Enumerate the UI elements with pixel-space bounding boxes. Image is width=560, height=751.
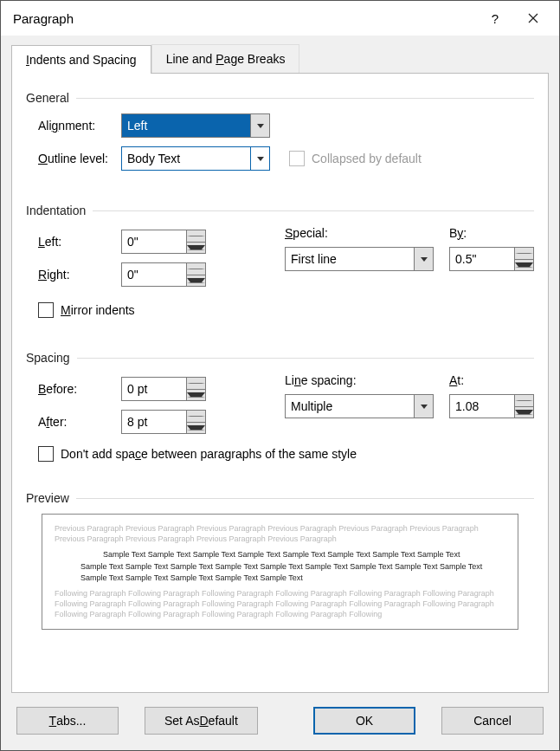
group-preview: Preview [26, 491, 534, 505]
spin-down-button[interactable] [187, 390, 205, 401]
spin-down-button[interactable] [187, 275, 205, 287]
indent-left-value: 0" [122, 230, 186, 253]
triangle-down-icon [515, 410, 533, 415]
indent-right-value: 0" [122, 263, 186, 286]
line-spacing-dropdown-button[interactable] [414, 395, 433, 418]
no-add-space-label: Don't add space between paragraphs of th… [61, 447, 357, 461]
spin-up-button[interactable] [187, 263, 205, 275]
group-spacing: Spacing [26, 351, 534, 365]
alignment-select[interactable]: Left [121, 113, 270, 138]
special-value: First line [286, 248, 414, 270]
by-spinner[interactable]: 0.5" [449, 247, 534, 271]
triangle-down-icon [515, 262, 533, 268]
at-value: 1.08 [450, 395, 514, 418]
at-label: At: [449, 373, 534, 387]
triangle-down-icon [187, 392, 205, 398]
mirror-indents-checkbox[interactable] [38, 302, 54, 318]
set-default-button[interactable]: Set As Default [145, 707, 258, 735]
help-button[interactable]: ? [476, 5, 514, 31]
line-spacing-label: Line spacing: [285, 373, 434, 387]
indent-left-spinner[interactable]: 0" [121, 230, 206, 254]
before-label: Before: [26, 382, 121, 396]
at-spinner[interactable]: 1.08 [449, 394, 534, 418]
alignment-label: Alignment: [26, 119, 121, 133]
after-value: 8 pt [122, 411, 186, 433]
triangle-up-icon [187, 416, 205, 417]
by-label: By: [449, 226, 534, 240]
ok-button[interactable]: OK [313, 707, 415, 735]
alignment-value: Left [122, 114, 250, 137]
spin-up-button[interactable] [187, 378, 205, 390]
dialog-title: Paragraph [13, 11, 476, 26]
alignment-dropdown-button[interactable] [250, 114, 269, 137]
button-row: Tabs... Set As Default OK Cancel [11, 693, 549, 740]
indent-right-label: Right: [26, 268, 121, 282]
before-spinner[interactable]: 0 pt [121, 377, 206, 401]
preview-sample: Sample Text Sample Text Sample Text Samp… [80, 561, 505, 582]
tab-line-page-breaks[interactable]: Line and Page Breaks [151, 44, 300, 73]
collapsed-checkbox [289, 151, 305, 166]
spin-up-button[interactable] [187, 230, 205, 243]
outline-select[interactable]: Body Text [121, 146, 270, 171]
group-indentation: Indentation [26, 204, 534, 217]
triangle-up-icon [515, 253, 533, 254]
spin-up-button[interactable] [187, 411, 205, 423]
tab-indents-spacing[interactable]: Indents and Spacing [11, 45, 151, 74]
line-spacing-value: Multiple [286, 395, 414, 418]
spin-down-button[interactable] [515, 260, 533, 271]
line-spacing-select[interactable]: Multiple [285, 394, 434, 418]
no-add-space-checkbox[interactable] [38, 446, 54, 462]
spin-up-button[interactable] [515, 248, 533, 260]
preview-following: Following Paragraph Following Paragraph … [55, 588, 505, 619]
special-select[interactable]: First line [285, 247, 434, 271]
indent-right-spinner[interactable]: 0" [121, 262, 206, 287]
spin-down-button[interactable] [187, 243, 205, 254]
tab-panel: General Alignment: Left Outline level: B… [11, 73, 549, 693]
triangle-up-icon [515, 400, 533, 401]
triangle-down-icon [187, 278, 205, 283]
spin-down-button[interactable] [515, 407, 533, 418]
outline-label: Outline level: [26, 152, 121, 165]
chevron-down-icon [257, 124, 264, 128]
preview-sample: Sample Text Sample Text Sample Text Samp… [80, 549, 505, 560]
cancel-button[interactable]: Cancel [441, 707, 544, 735]
by-value: 0.5" [450, 248, 514, 270]
triangle-down-icon [187, 245, 205, 250]
chevron-down-icon [421, 405, 428, 409]
triangle-down-icon [187, 425, 205, 431]
dialog-body: Indents and Spacing Line and Page Breaks… [1, 36, 559, 750]
before-value: 0 pt [122, 378, 186, 400]
spin-up-button[interactable] [515, 395, 533, 407]
spin-down-button[interactable] [187, 423, 205, 434]
tab-strip: Indents and Spacing Line and Page Breaks [11, 44, 549, 73]
chevron-down-icon [257, 157, 264, 161]
group-general: General [26, 91, 534, 105]
indent-left-label: Left: [26, 235, 121, 249]
close-button[interactable] [514, 5, 552, 31]
mirror-indents-label: Mirror indents [61, 303, 135, 317]
after-label: After: [26, 415, 121, 429]
close-icon [528, 13, 538, 23]
outline-value: Body Text [122, 147, 250, 170]
tabs-button[interactable]: Tabs... [16, 707, 119, 735]
preview-box: Previous Paragraph Previous Paragraph Pr… [42, 514, 518, 630]
collapsed-label: Collapsed by default [312, 152, 422, 165]
special-dropdown-button[interactable] [414, 248, 433, 270]
titlebar: Paragraph ? [1, 1, 559, 36]
preview-previous: Previous Paragraph Previous Paragraph Pr… [55, 523, 505, 544]
after-spinner[interactable]: 8 pt [121, 410, 206, 434]
triangle-up-icon [187, 269, 205, 269]
special-label: Special: [285, 226, 434, 240]
outline-dropdown-button[interactable] [250, 147, 269, 170]
triangle-up-icon [187, 236, 205, 236]
chevron-down-icon [421, 257, 428, 262]
triangle-up-icon [187, 383, 205, 384]
